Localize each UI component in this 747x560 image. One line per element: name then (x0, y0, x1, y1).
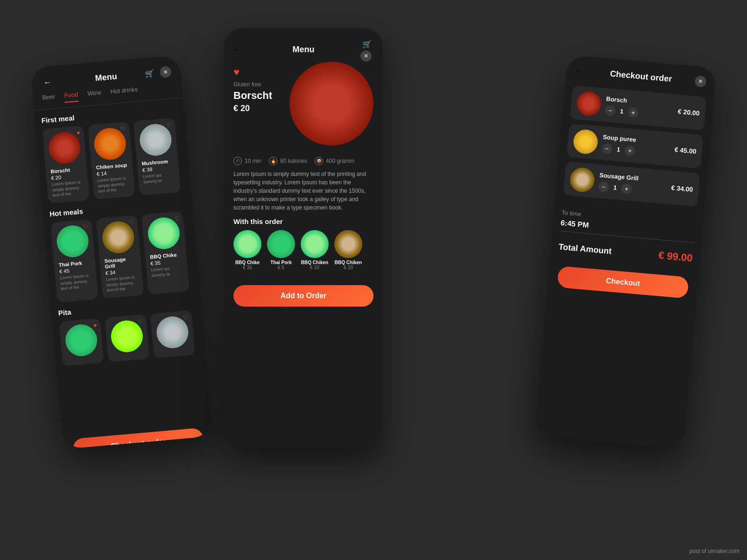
close-button[interactable]: ✕ (160, 66, 172, 78)
right-phone-content: Borsch − 1 + € 20.00 Soup puree − 1 + € (555, 80, 714, 217)
heart-icon-mushroom[interactable]: ♡ (166, 122, 171, 129)
order-img-soup-puree (572, 128, 599, 154)
center-phone-header: ← Menu 🛒 ✕ (224, 28, 383, 66)
heart-icon-borscht[interactable]: ♥ (77, 130, 80, 137)
food-card-sousage-grill[interactable]: ♡ Sousage Grill € 34 Lorem Ipsum is simp… (96, 215, 144, 299)
food-desc-thai-pork: Lorem Ipsum is simply dummy text of the (60, 273, 93, 292)
heart-icon-sousage-grill[interactable]: ♡ (128, 219, 134, 226)
food-card-chiken-soup[interactable]: ♡ Chiken soup € 14 Lorem Ipsum is simply… (88, 122, 135, 200)
back-button[interactable]: ← (41, 75, 55, 89)
qty-num-soup-puree: 1 (616, 146, 620, 154)
order-img-sousage-grill (569, 167, 595, 193)
with-order-title: With this order (233, 217, 374, 225)
suggestion-bbq-chiken1[interactable]: BBQ Chiken € 33 (301, 230, 329, 270)
order-img-borsch (576, 91, 602, 117)
qty-controls-borsch: − 1 + (605, 105, 673, 121)
food-name-sousage-grill: Sousage Grill (104, 255, 137, 269)
food-desc-mushroom: Lorem Ips dummy te (143, 171, 176, 185)
food-card-borscht[interactable]: ♥ Borscht € 20 Lorem Ipsum is simply dum… (42, 126, 90, 203)
order-info-borsch: Borsch − 1 + (605, 95, 674, 121)
heart-icon-pita2[interactable]: ♡ (137, 318, 143, 325)
food-card-pita3[interactable]: ♡ (150, 310, 195, 358)
watermark: post of uimaker.com (690, 548, 740, 554)
qty-minus-borsch[interactable]: − (605, 105, 616, 116)
total-amount-price: € 99.00 (658, 249, 693, 264)
qty-controls-sousage-grill: − 1 + (598, 181, 667, 197)
center-back-button[interactable]: ← (233, 45, 241, 54)
qty-plus-borsch[interactable]: + (627, 107, 639, 118)
food-card-pita1[interactable]: ♥ (59, 318, 104, 366)
left-phone-content: First meal ♥ Borscht € 20 Lorem Ipsum is… (34, 98, 211, 431)
right-back-button[interactable]: ← (576, 66, 584, 75)
order-info-soup-puree: Soup puree − 1 + (601, 133, 670, 159)
food-card-mushroom[interactable]: ♡ Mushroom € 38 Lorem Ips dummy te (134, 118, 181, 196)
phone-checkout: ← Checkout order ✕ Borsch − 1 + € 20.00 … (535, 55, 717, 449)
left-phone-title: Menu (95, 71, 118, 83)
heart-icon-thai-pork[interactable]: ♡ (83, 223, 88, 230)
food-desc-borscht: Lorem Ipsum is simply dummy text of the (51, 180, 85, 199)
hero-food-image (289, 62, 374, 146)
first-meal-grid: ♥ Borscht € 20 Lorem Ipsum is simply dum… (42, 117, 184, 203)
checkout-button[interactable]: Checkout (557, 266, 689, 299)
qty-minus-sousage-grill[interactable]: − (598, 181, 609, 192)
qty-minus-soup-puree[interactable]: − (601, 143, 613, 154)
suggestion-img-bbq-chiken1 (301, 230, 329, 258)
meta-weight: 📦 400 gramm (315, 157, 354, 165)
suggestion-name-bbq-chiken1: BBQ Chiken (301, 260, 329, 265)
fire-icon: 🔥 (269, 157, 277, 165)
heart-icon-pita1[interactable]: ♥ (93, 322, 97, 329)
order-item-borsch: Borsch − 1 + € 20.00 (570, 85, 706, 131)
center-detail-content: ⏱ 10 min 🔥 80 kalories 📦 400 gramm Lorem… (224, 150, 383, 277)
item-title: Borscht (233, 90, 272, 102)
clock-icon: ⏱ (233, 157, 242, 165)
qty-num-borsch: 1 (620, 108, 624, 115)
gluten-free-badge: Gluten free (233, 81, 272, 88)
food-desc-chiken-soup: Lorem Ipsum is simply dummy text of the (97, 175, 130, 195)
cart-icon[interactable]: 🛒 (143, 66, 157, 80)
qty-num-sousage-grill: 1 (613, 184, 617, 191)
header-icons: 🛒 ✕ (143, 65, 172, 80)
suggestion-name-bbq-chike: BBQ Chike (233, 260, 261, 265)
right-close-button[interactable]: ✕ (694, 76, 706, 88)
phone-menu-list: ← Menu 🛒 ✕ Beer Food Wine Hot drinks Fir… (30, 55, 212, 449)
tab-food[interactable]: Food (64, 91, 79, 103)
order-price-borsch: € 20.00 (677, 108, 700, 117)
heart-icon-pita3[interactable]: ♡ (183, 314, 188, 321)
center-header-icons: 🛒 ✕ (360, 37, 374, 62)
heart-icon-bbq-chike[interactable]: ♡ (174, 215, 180, 222)
food-card-thai-pork[interactable]: ♡ Thai Pork € 45 Lorem Ipsum is simply d… (50, 219, 99, 302)
suggestion-name-thai-pork: Thai Pork (267, 260, 295, 265)
suggestion-img-thai-pork (267, 230, 295, 258)
pita-grid: ♥ ♡ ♡ (59, 310, 199, 366)
center-close-button[interactable]: ✕ (360, 50, 372, 62)
suggestion-name-bbq-chiken2: BBQ Chiken (334, 260, 362, 265)
hot-meals-grid: ♡ Thai Pork € 45 Lorem Ipsum is simply d… (50, 211, 193, 303)
phone-item-detail: ← Menu 🛒 ✕ ♥ Gluten free Borscht € 20 ⏱ … (224, 28, 383, 448)
qty-plus-soup-puree[interactable]: + (624, 145, 635, 156)
tab-beer[interactable]: Beer (42, 93, 56, 105)
suggestion-price-bbq-chiken1: € 33 (301, 265, 329, 270)
order-info-sousage-grill: Sousage Grill − 1 + (598, 171, 667, 197)
suggestion-img-bbq-chiken2 (334, 230, 362, 258)
suggestion-bbq-chiken2[interactable]: BBQ Chiken € 33 (334, 230, 362, 270)
food-card-pita2[interactable]: ♡ (105, 314, 149, 362)
suggestion-price-thai-pork: € 5 (267, 265, 295, 270)
meta-time: ⏱ 10 min (233, 157, 261, 165)
food-desc-sousage-grill: Lorem Ipsum is simply dummy text of the (106, 274, 139, 294)
add-to-order-button[interactable]: Add to Order (233, 285, 374, 307)
center-cart-icon[interactable]: 🛒 (360, 37, 374, 50)
suggestion-thai-pork[interactable]: Thai Pork € 5 (267, 230, 295, 270)
qty-plus-sousage-grill[interactable]: + (621, 183, 632, 194)
meta-row: ⏱ 10 min 🔥 80 kalories 📦 400 gramm (233, 157, 374, 165)
heart-icon-chiken-soup[interactable]: ♡ (120, 126, 126, 133)
suggestion-price-bbq-chike: € 35 (233, 265, 261, 270)
tab-wine[interactable]: Wine (87, 89, 102, 100)
suggestion-bbq-chike[interactable]: BBQ Chike € 35 (233, 230, 261, 270)
suggestion-price-bbq-chiken2: € 33 (334, 265, 362, 270)
food-card-bbq-chike[interactable]: ♡ BBQ Chike € 35 Lorem Ips dummy te (141, 211, 190, 294)
order-price-sousage-grill: € 34.00 (671, 184, 693, 193)
right-phone-title: Checkout order (610, 69, 672, 84)
checkout-order-button[interactable]: Checkout order (72, 427, 204, 449)
center-phone-title: Menu (293, 45, 315, 55)
center-phone-bottom-bar: Add to Order (224, 277, 383, 316)
